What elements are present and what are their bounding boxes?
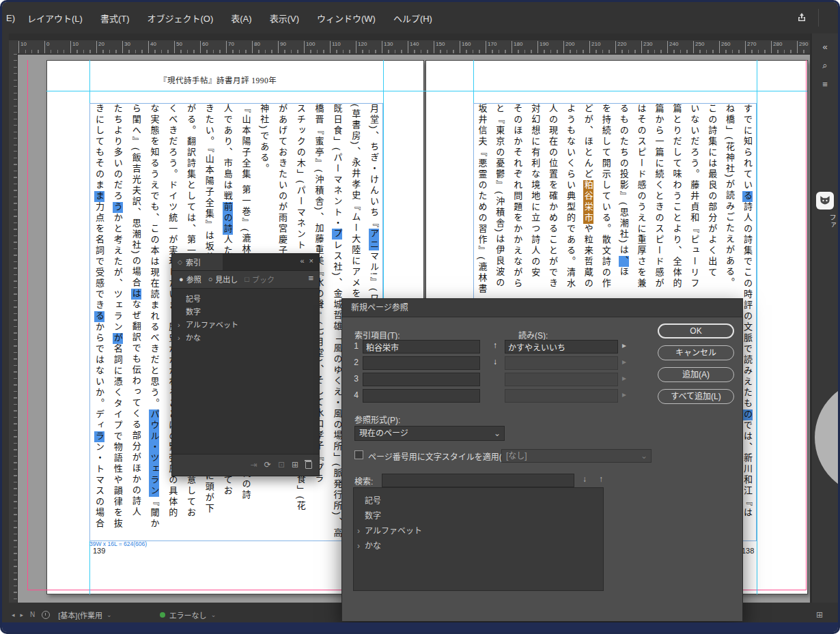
page-number-right: 138 [742, 547, 754, 555]
bleed-guide-right[interactable] [806, 60, 807, 590]
index-tree: 記号 数字 › アルファベット › かな [172, 288, 319, 455]
dialog-title[interactable]: 新規ページ参照 [342, 299, 742, 317]
tree-item-symbols[interactable]: 記号 [354, 493, 603, 508]
char-style-checkbox[interactable] [354, 450, 363, 459]
ruler-guide-horizontal[interactable] [46, 91, 807, 91]
topic-input-1[interactable] [363, 340, 480, 354]
window-left-edge [2, 33, 9, 622]
reference-type-value: 現在のページ [359, 429, 408, 438]
zoom-tools-icon[interactable]: ⊞ [816, 610, 823, 620]
topic-input-3[interactable] [363, 373, 480, 386]
new-entry-icon[interactable]: ⊞ [292, 460, 298, 470]
reference-type-dropdown[interactable]: 現在のページ ⌄ [354, 426, 505, 441]
delete-entry-icon[interactable] [305, 461, 312, 469]
reading-input-2[interactable] [505, 356, 618, 370]
reading-input-4[interactable] [505, 389, 618, 403]
collapse-panel-icon[interactable]: « [300, 257, 305, 265]
horizontal-ruler[interactable]: 1001020304050607080901001101201301401501… [17, 40, 810, 55]
panel-menu-icon[interactable]: ≡ [308, 273, 313, 283]
learn-panel-icon[interactable] [816, 192, 834, 210]
prev-page-icon[interactable]: ◂ [12, 611, 15, 618]
create-page-reference-icon[interactable]: ⇥ [251, 460, 257, 470]
topic-input-4[interactable] [363, 389, 480, 403]
menu-edit-partial[interactable]: E) [6, 13, 15, 23]
cancel-button[interactable]: キャンセル [658, 345, 734, 360]
reading-options-icon[interactable]: ▸ [622, 341, 626, 350]
radio-reference[interactable]: ● 参照 [179, 274, 201, 285]
tree-item-numbers[interactable]: 数字 [172, 306, 319, 319]
next-page-icon[interactable]: ▸ [20, 611, 24, 618]
margin-guide-right-page-right[interactable] [757, 60, 757, 594]
file-panel-label[interactable]: ファ [812, 214, 838, 228]
move-down-icon[interactable]: ↓ [490, 357, 501, 366]
ok-button[interactable]: OK [658, 323, 734, 338]
search-up-icon[interactable]: ↑ [599, 474, 603, 484]
menu-layout[interactable]: レイアウト(L) [27, 12, 83, 25]
char-style-value: [なし] [506, 451, 527, 461]
search-icon[interactable]: ⌕ [812, 60, 838, 71]
close-panel-icon[interactable]: × [309, 257, 315, 265]
reading-input-3[interactable] [505, 373, 618, 386]
share-icon[interactable] [794, 11, 809, 25]
reading-options-icon[interactable]: ▸ [622, 390, 626, 399]
checkbox-book-label: ブック [252, 274, 275, 285]
add-button[interactable]: 追加(A) [658, 367, 734, 382]
bleed-guide-left[interactable] [27, 60, 28, 590]
radio-reference-label: 参照 [186, 274, 201, 285]
menu-help[interactable]: ヘルプ(H) [393, 12, 432, 25]
expand-arrow-icon[interactable]: › [357, 523, 360, 538]
pages-panel-icon[interactable]: ≡ [812, 79, 838, 89]
chevron-down-icon: ⌄ [641, 450, 647, 462]
tree-item-kana[interactable]: › かな [354, 538, 603, 553]
expand-arrow-icon[interactable]: › [178, 319, 180, 332]
vertical-ruler[interactable] [9, 54, 18, 603]
add-all-button[interactable]: すべて追加(L) [658, 389, 734, 404]
menu-type[interactable]: 書式(T) [100, 12, 130, 25]
menu-bar: E) レイアウト(L) 書式(T) オブジェクト(O) 表(A) 表示(V) ウ… [2, 2, 838, 33]
panel-dock: « ⌕ ≡ ファ [812, 33, 838, 603]
row-number: 2 [348, 358, 359, 367]
move-up-icon[interactable]: ↑ [490, 341, 501, 350]
menubar-separator [818, 9, 819, 27]
search-input[interactable] [382, 474, 574, 487]
radio-topic[interactable]: ○ 見出し [208, 274, 238, 285]
preflight-status[interactable]: エラーなし ⌄ [160, 609, 216, 620]
expand-arrow-icon[interactable]: › [178, 332, 180, 345]
row-number: 1 [348, 341, 359, 351]
index-panel-toolbar: ⇥ ⟳ ⊡ ⊞ [172, 453, 319, 476]
panel-tab-icon: ◇ [178, 259, 182, 265]
menu-table[interactable]: 表(A) [231, 12, 251, 25]
topic-input-2[interactable] [363, 356, 480, 370]
reading-label: 読み(S): [518, 329, 548, 341]
go-to-marker-icon[interactable]: ⊡ [278, 460, 285, 470]
tab-index[interactable]: ◇ 索引 [172, 254, 223, 270]
char-style-label[interactable]: ページ番号用に文字スタイルを適用(M) [368, 450, 512, 462]
checkbox-book[interactable]: □ ブック [244, 274, 275, 285]
chevron-down-icon: ⌄ [107, 611, 112, 618]
reading-input-1[interactable] [505, 340, 618, 354]
tree-item-alphabet[interactable]: › アルファベット [354, 523, 603, 538]
expand-arrow-icon[interactable]: › [357, 538, 360, 553]
reading-options-icon[interactable]: ▸ [622, 357, 626, 366]
tab-index-label: 索引 [186, 257, 201, 268]
reading-options-icon[interactable]: ▸ [622, 373, 626, 383]
tree-item-numbers[interactable]: 数字 [354, 508, 603, 523]
tree-item-label: 数字 [365, 511, 381, 521]
search-down-icon[interactable]: ↓ [583, 474, 587, 484]
menu-view[interactable]: 表示(V) [270, 12, 299, 25]
menu-window[interactable]: ウィンドウ(W) [317, 12, 376, 25]
tree-item-kana[interactable]: › かな [172, 332, 319, 345]
preflight-profile-select[interactable]: [基本](作業用 ⌄ [58, 609, 111, 620]
tree-item-alphabet[interactable]: › アルファベット [172, 319, 319, 332]
menu-object[interactable]: オブジェクト(O) [148, 12, 214, 25]
topic-label: 索引項目(T): [354, 329, 400, 341]
tree-item-symbols[interactable]: 記号 [172, 293, 319, 306]
tree-item-label: 記号 [365, 496, 381, 506]
tree-item-label: かな [186, 334, 201, 342]
update-preview-icon[interactable]: ⟳ [264, 460, 271, 470]
index-panel-tab-bar: ◇ 索引 « × [172, 254, 319, 271]
radio-selected-icon: ● [179, 275, 184, 283]
running-head: 『現代詩手帖』詩書月評 1990年 [159, 74, 296, 85]
collapse-panels-icon[interactable]: « [812, 42, 838, 52]
preflight-profile-value: [基本](作業用 [58, 609, 102, 620]
